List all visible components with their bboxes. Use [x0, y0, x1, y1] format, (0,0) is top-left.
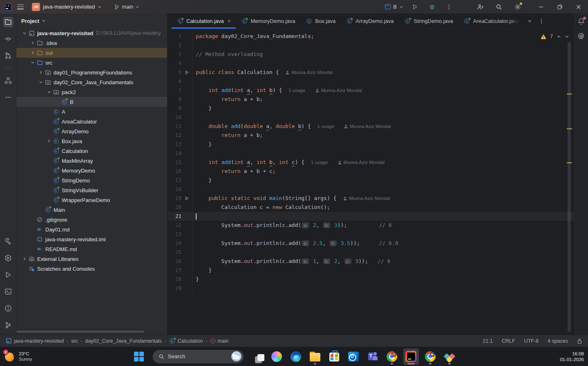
- code-line-3[interactable]: 3// Method overloading: [168, 50, 574, 59]
- code-line-15[interactable]: 15 int add(int a, int b, int c) { 1 usag…: [168, 158, 574, 167]
- line-number[interactable]: 4: [168, 59, 181, 68]
- warning-stripe-mark[interactable]: [567, 128, 572, 129]
- chevron-right-icon[interactable]: [31, 51, 35, 55]
- code-line-10[interactable]: 10: [168, 113, 574, 122]
- caret-position-widget[interactable]: 21:1: [483, 338, 493, 344]
- more-tool-windows-button[interactable]: [3, 92, 13, 103]
- tree-item-box-java[interactable]: CBox.java: [16, 136, 167, 146]
- code-editor[interactable]: 1package day02_Core_Java_Fundamentals;23…: [168, 29, 574, 335]
- outlook-button[interactable]: [346, 348, 361, 365]
- code-line-7[interactable]: 7 int add(int a, int b) { 1 usage Munna …: [168, 86, 574, 95]
- tree-item-areacalculator[interactable]: CAreaCalculator: [16, 117, 167, 126]
- tree-item-scratches-and-consoles[interactable]: Scratches and Consoles: [16, 264, 167, 274]
- line-number[interactable]: 12: [168, 131, 181, 140]
- tree-item-main[interactable]: CMain: [16, 205, 167, 215]
- code-line-14[interactable]: 14: [168, 149, 574, 158]
- tree-item-day01-md[interactable]: M↓Day01.md: [16, 225, 167, 234]
- project-tree-horizontal-scrollbar[interactable]: [16, 331, 144, 332]
- line-number[interactable]: 23: [168, 230, 181, 239]
- line-number[interactable]: 22: [168, 221, 181, 230]
- code-line-23[interactable]: 23: [168, 230, 574, 239]
- author-hint[interactable]: Munna Aziz Mondal: [315, 86, 362, 95]
- line-number[interactable]: 25: [168, 248, 181, 257]
- taskbar-clock[interactable]: 16:08 01-01-2026: [560, 347, 584, 366]
- usages-hint[interactable]: 1 usage: [311, 158, 328, 167]
- tree-item-a[interactable]: CA: [16, 107, 167, 117]
- code-line-21[interactable]: 21: [168, 212, 574, 221]
- run-tool-button[interactable]: [3, 269, 13, 280]
- chrome-personal-button[interactable]: [384, 348, 400, 365]
- close-tab-icon[interactable]: ×: [228, 18, 231, 24]
- breadcrumb-day02-core-java-fundamentals[interactable]: day02_Core_Java_Fundamentals: [85, 338, 162, 344]
- line-number[interactable]: 15: [168, 158, 181, 167]
- weather-widget[interactable]: 2 23°C Sunny: [4, 347, 32, 366]
- line-number[interactable]: 11: [168, 122, 181, 131]
- author-hint[interactable]: Munna Aziz Mondal: [343, 194, 390, 203]
- chevron-right-icon[interactable]: [39, 70, 43, 74]
- chevron-down-icon[interactable]: [39, 80, 43, 84]
- code-line-17[interactable]: 17 }: [168, 176, 574, 185]
- tree-item-maxminarray[interactable]: CMaxMinArray: [16, 156, 167, 166]
- run-configuration-selector[interactable]: B: [385, 4, 403, 10]
- line-number[interactable]: 5: [168, 68, 181, 77]
- settings-button[interactable]: [512, 1, 523, 13]
- tab-calculation-java[interactable]: CCalculation.java×: [172, 13, 236, 29]
- code-line-29[interactable]: 29: [168, 284, 574, 293]
- chevron-right-icon[interactable]: [22, 257, 27, 261]
- project-tool-button[interactable]: [3, 17, 13, 27]
- more-run-actions-button[interactable]: [443, 1, 455, 13]
- microsoft-store-button[interactable]: [326, 348, 342, 365]
- line-number[interactable]: 27: [168, 266, 181, 275]
- file-explorer-button[interactable]: [307, 348, 323, 365]
- tree-item-pack2[interactable]: pack2: [16, 87, 167, 97]
- tree-item-day01-programmingfoundations[interactable]: day01_ProgrammingFoundations: [16, 67, 167, 77]
- commit-tool-button[interactable]: [3, 34, 13, 44]
- git-branch-selector[interactable]: main: [114, 4, 139, 10]
- code-line-9[interactable]: 9 }: [168, 104, 574, 113]
- code-with-me-button[interactable]: [474, 1, 486, 13]
- edge-button[interactable]: [288, 348, 304, 365]
- run-gutter-icon[interactable]: [185, 196, 189, 201]
- code-line-2[interactable]: 2: [168, 41, 574, 50]
- next-warning-button[interactable]: [565, 34, 569, 39]
- run-button[interactable]: [409, 1, 420, 13]
- main-menu-button[interactable]: [17, 4, 24, 9]
- readonly-toggle[interactable]: [577, 338, 582, 344]
- code-line-13[interactable]: 13 }: [168, 140, 574, 149]
- code-line-22[interactable]: 22 System.out.println(c.add(a: 2, b: 3))…: [168, 221, 574, 230]
- breadcrumb-calculation[interactable]: CCalculation: [169, 338, 203, 344]
- line-number[interactable]: 29: [168, 284, 181, 293]
- tree-item-java-mastery-revisited-iml[interactable]: java-mastery-revisited.iml: [16, 234, 167, 244]
- code-line-11[interactable]: 11 double add(double a, double b) { 1 us…: [168, 122, 574, 131]
- terminal-tool-button[interactable]: [3, 286, 13, 297]
- search-everywhere-button[interactable]: [493, 1, 505, 13]
- breadcrumb-src[interactable]: src: [71, 338, 78, 344]
- usages-hint[interactable]: 1 usage: [317, 122, 334, 131]
- line-number[interactable]: 3: [168, 50, 181, 59]
- pull-requests-tool-button[interactable]: [3, 50, 13, 61]
- chrome-work-button[interactable]: [423, 348, 438, 365]
- start-button[interactable]: [131, 348, 147, 365]
- line-number[interactable]: 24: [168, 239, 181, 248]
- code-line-5[interactable]: 5public class Calculation { Munna Aziz M…: [168, 68, 574, 77]
- code-line-27[interactable]: 27 }: [168, 266, 574, 275]
- project-selector[interactable]: JR java-mastery-revisited: [29, 2, 104, 12]
- line-number[interactable]: 28: [168, 275, 181, 284]
- tab-arraydemo-java[interactable]: CArrayDemo.java: [341, 13, 399, 29]
- code-line-18[interactable]: 18: [168, 185, 574, 194]
- line-number[interactable]: 19: [168, 194, 181, 203]
- warning-stripe-mark[interactable]: [567, 94, 572, 94]
- tree-item-b[interactable]: CB: [16, 97, 167, 107]
- tab-memorydemo-java[interactable]: CMemoryDemo.java: [236, 13, 300, 29]
- tree-item-memorydemo[interactable]: CMemoryDemo: [16, 166, 167, 175]
- tree-item-stringvsbuilder[interactable]: CStringVsBuilder: [16, 185, 167, 195]
- tree-item-java-mastery-revisited[interactable]: java-mastery-revisitedD:\SKILL\JAVA\java…: [16, 28, 167, 38]
- code-line-25[interactable]: 25: [168, 248, 574, 257]
- teams-button[interactable]: [365, 348, 380, 365]
- services-tool-button[interactable]: [3, 253, 13, 263]
- line-number[interactable]: 9: [168, 104, 181, 113]
- line-number[interactable]: 17: [168, 176, 181, 185]
- build-tool-button[interactable]: [3, 236, 13, 247]
- inspections-widget[interactable]: 7: [541, 34, 569, 39]
- author-hint[interactable]: Munna Aziz Mondal: [338, 158, 385, 167]
